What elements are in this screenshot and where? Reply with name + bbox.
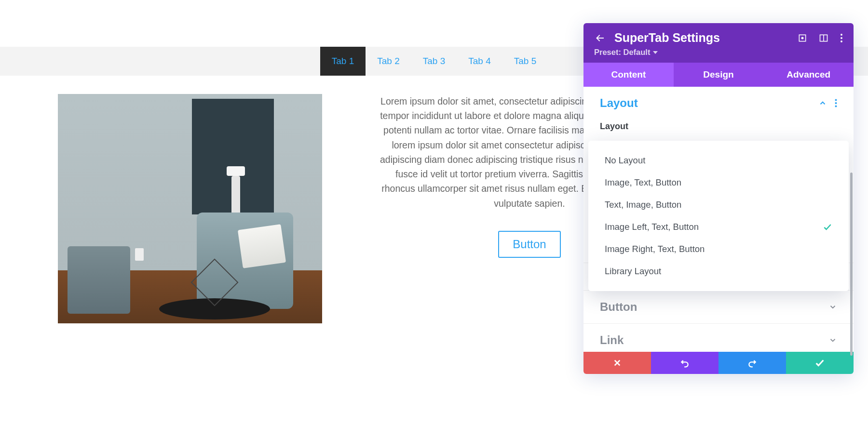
layout-option-text-image-button[interactable]: Text, Image, Button: [588, 194, 849, 216]
layout-option-library-layout[interactable]: Library Layout: [588, 260, 849, 282]
tab-1[interactable]: Tab 1: [320, 47, 366, 76]
tab-4[interactable]: Tab 4: [457, 47, 502, 76]
layout-field-label: Layout: [583, 120, 854, 137]
content-image: [58, 94, 322, 323]
settings-title: SuperTab Settings: [614, 31, 789, 45]
tab-3[interactable]: Tab 3: [411, 47, 457, 76]
settings-panel: SuperTab Settings Preset: Default: [583, 23, 854, 374]
chevron-down-icon: [828, 303, 837, 311]
page-canvas: Tab 1 Tab 2 Tab 3 Tab 4 Tab 5 Lorem ipsu…: [0, 0, 868, 439]
settings-tabs: Content Design Advanced: [583, 63, 854, 87]
undo-icon: [680, 358, 690, 368]
settings-body: Layout Layout No Layout Image, Text, But…: [583, 87, 854, 352]
redo-button[interactable]: [719, 352, 786, 374]
option-label: Image, Text, Button: [605, 177, 681, 188]
settings-header: SuperTab Settings Preset: Default: [583, 23, 854, 63]
panel-footer-actions: [583, 352, 854, 374]
option-label: Image Right, Text, Button: [605, 244, 705, 254]
section-button[interactable]: Button: [583, 290, 854, 323]
tab-5[interactable]: Tab 5: [502, 47, 548, 76]
svg-point-1: [801, 37, 803, 39]
option-label: Image Left, Text, Button: [605, 222, 699, 232]
svg-point-6: [841, 40, 842, 42]
content-button[interactable]: Button: [498, 231, 560, 258]
chevron-up-icon: [818, 99, 827, 107]
settings-tab-content[interactable]: Content: [583, 63, 674, 87]
svg-point-4: [841, 34, 842, 36]
layout-option-image-right-text-button[interactable]: Image Right, Text, Button: [588, 238, 849, 260]
expand-icon[interactable]: [798, 33, 807, 43]
settings-tab-advanced[interactable]: Advanced: [763, 63, 854, 87]
close-icon: [613, 359, 622, 367]
option-label: Library Layout: [605, 266, 661, 277]
svg-point-8: [835, 102, 837, 104]
check-icon: [823, 222, 832, 232]
section-button-title: Button: [600, 300, 637, 314]
redo-icon: [747, 358, 757, 368]
check-icon: [814, 358, 825, 368]
section-options-icon[interactable]: [835, 99, 837, 107]
cancel-button[interactable]: [583, 352, 651, 374]
chevron-down-icon: [828, 336, 837, 345]
layout-option-no-layout[interactable]: No Layout: [588, 149, 849, 172]
save-button[interactable]: [786, 352, 854, 374]
layout-dropdown: No Layout Image, Text, Button Text, Imag…: [588, 141, 849, 291]
svg-point-5: [841, 37, 842, 39]
option-label: No Layout: [605, 155, 645, 166]
section-link-title: Link: [600, 333, 624, 347]
section-layout-title: Layout: [600, 96, 638, 110]
section-link[interactable]: Link: [583, 323, 854, 352]
panel-scrollbar[interactable]: [850, 173, 853, 356]
tab-2[interactable]: Tab 2: [366, 47, 411, 76]
layout-option-image-left-text-button[interactable]: Image Left, Text, Button: [588, 216, 849, 238]
svg-point-7: [835, 99, 837, 101]
layout-option-image-text-button[interactable]: Image, Text, Button: [588, 172, 849, 194]
undo-button[interactable]: [651, 352, 719, 374]
back-icon[interactable]: [594, 32, 606, 44]
more-icon[interactable]: [840, 33, 843, 43]
settings-tab-design[interactable]: Design: [674, 63, 764, 87]
columns-icon[interactable]: [819, 33, 828, 43]
option-label: Text, Image, Button: [605, 200, 681, 210]
svg-point-9: [835, 106, 837, 107]
preset-selector[interactable]: Preset: Default: [594, 48, 658, 57]
preset-label: Preset: Default: [594, 48, 650, 57]
section-layout[interactable]: Layout: [583, 87, 854, 120]
